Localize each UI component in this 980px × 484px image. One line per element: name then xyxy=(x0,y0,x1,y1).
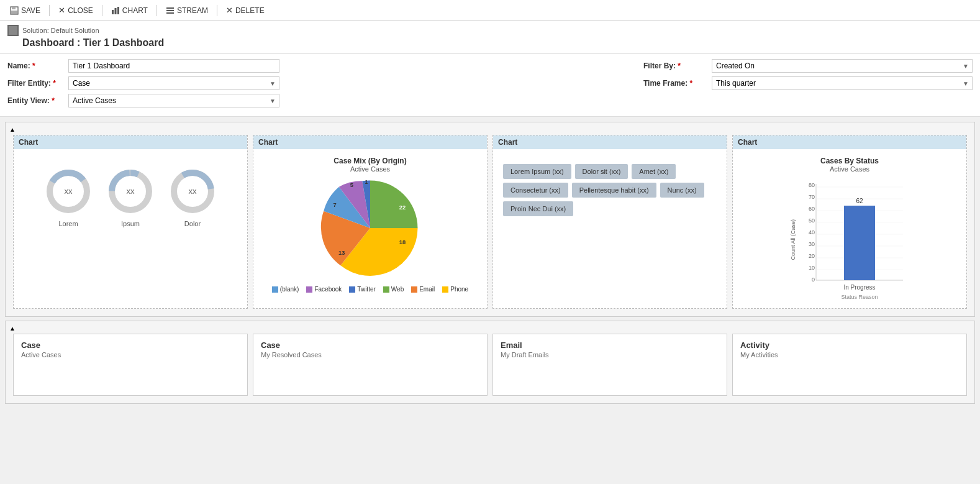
svg-text:In Progress: In Progress xyxy=(843,284,875,291)
donut-svg-3: xx xyxy=(168,167,217,216)
list-box: Activity My Activities xyxy=(732,334,967,396)
legend-facebook-dot xyxy=(306,286,312,293)
svg-rect-6 xyxy=(166,7,174,9)
donut3-label: Dolor xyxy=(184,220,201,227)
list-box-sub: My Activities xyxy=(740,351,959,358)
solution-icon xyxy=(7,25,19,36)
toolbar: SAVE ✕ CLOSE CHART STREAM ✕ DELETE xyxy=(0,0,980,21)
dashboard-title: Dashboard : Tier 1 Dashboard xyxy=(22,37,973,48)
lists-panel-collapse[interactable]: ▲ xyxy=(8,324,17,332)
donuts-row: xx Lorem xx Ipsum xyxy=(43,167,217,227)
chart-box-1: Chart xx Lorem xyxy=(13,135,248,309)
chart2-content: Case Mix (By Origin) Active Cases xyxy=(253,149,487,304)
legend-web-dot xyxy=(383,286,389,293)
save-button[interactable]: SAVE xyxy=(6,5,44,16)
list-box-sub: My Resolved Cases xyxy=(261,351,479,358)
chart-icon xyxy=(111,6,120,15)
stream-button[interactable]: STREAM xyxy=(162,5,212,16)
name-input[interactable] xyxy=(68,59,279,73)
donut-svg-2: xx xyxy=(106,167,155,216)
list-box-sub: Active Cases xyxy=(21,351,240,358)
close-button[interactable]: ✕ CLOSE xyxy=(55,4,97,16)
list-box-title: Case xyxy=(261,340,479,350)
list-box-title: Activity xyxy=(740,340,959,350)
list-box-sub: My Draft Emails xyxy=(501,351,719,358)
main-area: ▲ Chart xx Lorem xyxy=(0,122,980,404)
svg-text:22: 22 xyxy=(399,204,406,211)
donut1-label: Lorem xyxy=(58,220,78,227)
svg-rect-5 xyxy=(117,7,119,14)
filter-entity-label: Filter Entity: * xyxy=(7,79,63,88)
bar-in-progress xyxy=(844,206,875,280)
svg-text:62: 62 xyxy=(856,198,863,204)
delete-button[interactable]: ✕ DELETE xyxy=(222,4,268,16)
chart4-title: Cases By Status xyxy=(820,157,879,165)
list-box: Email My Draft Emails xyxy=(492,334,727,396)
svg-text:xx: xx xyxy=(127,186,135,196)
svg-text:13: 13 xyxy=(338,250,345,256)
solution-row: Solution: Default Solution xyxy=(7,25,973,36)
name-label: Name: * xyxy=(7,62,63,70)
tag-item: Nunc (xx) xyxy=(660,183,704,198)
svg-text:80: 80 xyxy=(809,182,815,188)
legend-blank-dot xyxy=(272,286,278,293)
form-row-name: Name: * Filter By: * Created On ▼ xyxy=(7,59,973,73)
bar-chart-svg: 0 10 20 30 40 50 60 70 80 xyxy=(797,178,909,302)
chart1-header: Chart xyxy=(14,135,247,149)
charts-panel: ▲ Chart xx Lorem xyxy=(5,122,975,317)
legend-facebook: Facebook xyxy=(306,286,342,293)
chart2-title: Case Mix (By Origin) xyxy=(333,157,406,165)
bar-y-axis-label: Count All (Case) xyxy=(790,219,796,260)
charts-panel-collapse[interactable]: ▲ xyxy=(8,125,17,134)
lists-row: Case Active Cases Case My Resolved Cases… xyxy=(6,321,974,403)
legend-twitter: Twitter xyxy=(349,286,375,293)
chart4-subtitle: Active Cases xyxy=(830,165,869,173)
legend-email: Email xyxy=(411,286,435,293)
list-box-title: Email xyxy=(501,340,719,350)
svg-text:70: 70 xyxy=(809,194,815,200)
svg-text:xx: xx xyxy=(189,186,197,196)
form-row-entity: Filter Entity: * Case ▼ Time Frame: * Th… xyxy=(7,76,973,90)
toolbar-separator xyxy=(49,5,50,16)
entity-view-select[interactable]: Active Cases xyxy=(68,94,279,107)
chart4-content: Cases By Status Active Cases Count All (… xyxy=(733,149,966,304)
svg-rect-7 xyxy=(166,10,174,11)
stream-icon xyxy=(166,6,175,15)
svg-rect-1 xyxy=(12,7,16,9)
entity-view-label: Entity View: * xyxy=(7,96,63,105)
tag-item: Amet (xx) xyxy=(632,164,676,179)
chart-box-2: Chart Case Mix (By Origin) Active Cases xyxy=(253,135,488,309)
tag-item: Lorem Ipsum (xx) xyxy=(503,164,571,179)
svg-text:1: 1 xyxy=(365,179,368,185)
svg-rect-3 xyxy=(112,10,114,14)
filter-entity-select[interactable]: Case xyxy=(68,76,279,90)
svg-text:40: 40 xyxy=(809,229,815,235)
donut2-label: Ipsum xyxy=(121,220,140,227)
list-box: Case Active Cases xyxy=(13,334,248,396)
chart2-subtitle: Active Cases xyxy=(350,165,390,173)
chart-box-4: Chart Cases By Status Active Cases Count… xyxy=(732,135,967,309)
chart-button[interactable]: CHART xyxy=(107,5,152,16)
svg-text:10: 10 xyxy=(809,265,815,271)
time-frame-select[interactable]: This quarter xyxy=(712,76,973,90)
chart-box-3: Chart Lorem Ipsum (xx)Dolor sit (xx)Amet… xyxy=(492,135,727,309)
svg-text:5: 5 xyxy=(350,182,353,188)
tag-item: Proin Nec Dui (xx) xyxy=(503,201,573,216)
legend-twitter-dot xyxy=(349,286,355,293)
svg-rect-8 xyxy=(166,12,174,14)
legend-web: Web xyxy=(383,286,404,293)
donut-item-2: xx Ipsum xyxy=(106,167,155,227)
delete-icon: ✕ xyxy=(226,6,233,15)
tag-item: Dolor sit (xx) xyxy=(575,164,628,179)
list-box-title: Case xyxy=(21,340,240,350)
svg-text:60: 60 xyxy=(809,206,815,212)
chart1-content: xx Lorem xx Ipsum xyxy=(14,149,247,304)
filter-by-select[interactable]: Created On xyxy=(712,59,973,73)
toolbar-separator3 xyxy=(157,5,157,16)
legend-blank: (blank) xyxy=(272,286,299,293)
svg-text:xx: xx xyxy=(65,186,73,196)
donut-item-3: xx Dolor xyxy=(168,167,217,227)
time-frame-label: Time Frame: * xyxy=(643,79,699,88)
svg-rect-4 xyxy=(114,8,116,14)
form-row-view: Entity View: * Active Cases ▼ xyxy=(7,94,973,107)
